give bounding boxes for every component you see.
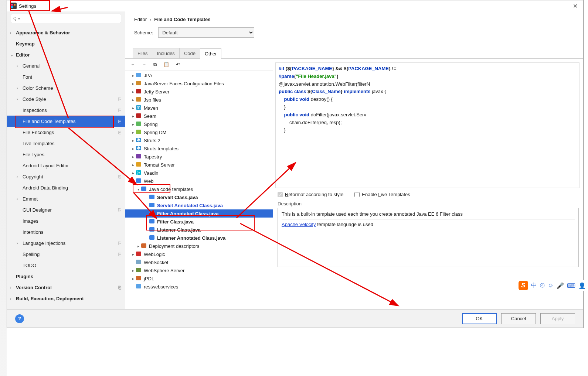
template-item-tomcat-server[interactable]: ▸Tomcat Server bbox=[125, 161, 273, 169]
template-item-listener-class-java[interactable]: Listener Class.java bbox=[125, 226, 273, 234]
copy-icon[interactable]: ⧉ bbox=[153, 62, 157, 68]
sidebar-item-color-scheme[interactable]: ›Color Scheme bbox=[7, 82, 125, 93]
template-item-spring[interactable]: ▸Spring bbox=[125, 120, 273, 128]
template-item-web[interactable]: ▾Web bbox=[125, 177, 273, 185]
help-icon[interactable]: ? bbox=[15, 314, 24, 323]
svg-rect-34 bbox=[136, 284, 141, 288]
file-icon bbox=[136, 154, 142, 160]
ime-toolbar[interactable]: S 中 ⦾ ☺ 🎤 ⌨ 👤 bbox=[516, 280, 588, 291]
sidebar-item-todo[interactable]: TODO bbox=[7, 260, 125, 271]
template-item-jpa[interactable]: ▸JPA bbox=[125, 71, 273, 79]
sidebar-item-file-encodings[interactable]: File Encodings⎘ bbox=[7, 127, 125, 138]
cancel-button[interactable]: Cancel bbox=[501, 313, 536, 324]
template-item-deployment-descriptors[interactable]: ▸Deployment descriptors bbox=[125, 242, 273, 250]
file-icon bbox=[136, 97, 142, 103]
template-item-listener-annotated-class-java[interactable]: Listener Annotated Class.java bbox=[125, 234, 273, 242]
ok-button[interactable]: OK bbox=[462, 313, 497, 324]
apply-button[interactable]: Apply bbox=[540, 313, 575, 324]
tab-code[interactable]: Code bbox=[179, 48, 200, 58]
sidebar-item-keymap[interactable]: Keymap bbox=[7, 38, 125, 49]
close-icon[interactable]: ✕ bbox=[570, 3, 580, 10]
ime-voice[interactable]: 🎤 bbox=[557, 282, 564, 289]
ime-user[interactable]: 👤 bbox=[578, 282, 586, 289]
file-icon bbox=[136, 259, 142, 265]
sidebar-item-code-style[interactable]: ›Code Style⎘ bbox=[7, 93, 125, 105]
sidebar-item-android-layout-editor[interactable]: Android Layout Editor bbox=[7, 160, 125, 171]
sidebar-item-file-and-code-templates[interactable]: File and Code Templates⎘ bbox=[7, 116, 125, 127]
project-level-icon: ⎘ bbox=[118, 96, 121, 102]
app-icon bbox=[10, 3, 17, 9]
file-icon: }› bbox=[136, 170, 142, 176]
project-level-icon: ⎘ bbox=[118, 119, 121, 124]
search-input[interactable]: Q ▾ bbox=[11, 14, 121, 23]
template-item-javaserver-faces-configuration-files[interactable]: ▸JavaServer Faces Configuration Files bbox=[125, 79, 273, 88]
template-item-jsp-files[interactable]: ▸Jsp files bbox=[125, 96, 273, 104]
template-item-vaadin[interactable]: ▸}›Vaadin bbox=[125, 169, 273, 177]
template-item-jetty-server[interactable]: ▸Jetty Server bbox=[125, 88, 273, 96]
template-item-websphere-server[interactable]: ▸WebSphere Server bbox=[125, 266, 273, 274]
breadcrumb-editor[interactable]: Editor bbox=[134, 17, 147, 22]
sidebar-item-language-injections[interactable]: ›Language Injections⎘ bbox=[7, 237, 125, 249]
sidebar-item-plugins[interactable]: Plugins bbox=[7, 271, 125, 282]
sidebar-item-copyright[interactable]: ›Copyright⎘ bbox=[7, 171, 125, 182]
sidebar-item-android-data-binding[interactable]: Android Data Binding bbox=[7, 182, 125, 193]
sidebar-item-gui-designer[interactable]: GUI Designer⎘ bbox=[7, 204, 125, 215]
sidebar-item-version-control[interactable]: ›Version Control⎘ bbox=[7, 282, 125, 293]
sidebar-item-inspections[interactable]: Inspections⎘ bbox=[7, 105, 125, 116]
template-item-restwebservices[interactable]: restwebservices bbox=[125, 283, 273, 291]
sidebar-item-file-types[interactable]: File Types bbox=[7, 149, 125, 160]
tab-includes[interactable]: Includes bbox=[152, 48, 179, 58]
sidebar-item-editor[interactable]: ⌄Editor bbox=[7, 49, 125, 60]
template-item-tapestry[interactable]: ▸Tapestry bbox=[125, 153, 273, 161]
file-icon bbox=[149, 211, 156, 216]
template-item-servlet-class-java[interactable]: Servlet Class.java bbox=[125, 193, 273, 201]
template-item-servlet-annotated-class-java[interactable]: Servlet Annotated Class.java bbox=[125, 201, 273, 209]
enable-live-templates-checkbox[interactable]: Enable Live Templates bbox=[354, 192, 410, 197]
sidebar-item-general[interactable]: ›General bbox=[7, 60, 125, 71]
sidebar-item-images[interactable]: Images bbox=[7, 215, 125, 226]
search-dd-glyph: ▾ bbox=[18, 17, 20, 21]
file-icon: ✱ bbox=[136, 146, 142, 151]
svg-rect-1 bbox=[11, 4, 13, 6]
svg-rect-28 bbox=[149, 235, 154, 240]
tab-files[interactable]: Files bbox=[133, 48, 152, 58]
add-icon[interactable]: ＋ bbox=[130, 61, 135, 68]
sidebar-item-appearance-behavior[interactable]: ›Appearance & Behavior bbox=[7, 27, 125, 38]
template-item-struts-templates[interactable]: ▸✱Struts templates bbox=[125, 144, 273, 153]
template-editor[interactable]: #if (${PACKAGE_NAME} && ${PACKAGE_NAME} … bbox=[275, 62, 579, 188]
ime-emoji[interactable]: ☺ bbox=[548, 282, 554, 289]
file-icon bbox=[136, 178, 142, 184]
template-item-spring-dm[interactable]: ▸Spring DM bbox=[125, 128, 273, 136]
template-item-weblogic[interactable]: ▸WebLogic bbox=[125, 250, 273, 258]
sidebar-item-emmet[interactable]: ›Emmet bbox=[7, 193, 125, 204]
file-icon bbox=[136, 162, 142, 168]
template-item-java-code-templates[interactable]: ▾Java code templates bbox=[125, 185, 273, 193]
undo-icon[interactable]: ↶ bbox=[176, 62, 180, 67]
sidebar-item-intentions[interactable]: Intentions bbox=[7, 226, 125, 237]
search-field[interactable] bbox=[21, 16, 119, 21]
sidebar-item-build-execution-deployment[interactable]: ›Build, Execution, Deployment bbox=[7, 293, 125, 304]
ime-punct[interactable]: ⦾ bbox=[540, 282, 545, 289]
template-item-filter-class-java[interactable]: Filter Class.java bbox=[125, 218, 273, 226]
ime-lang[interactable]: 中 bbox=[531, 282, 537, 290]
remove-icon[interactable]: － bbox=[142, 61, 147, 68]
template-item-seam[interactable]: ▸Seam bbox=[125, 112, 273, 120]
ime-keyboard[interactable]: ⌨ bbox=[567, 282, 575, 289]
velocity-link[interactable]: Apache Velocity bbox=[282, 222, 316, 227]
sidebar-item-live-templates[interactable]: Live Templates bbox=[7, 138, 125, 149]
template-item-struts-2[interactable]: ▸✱Struts 2 bbox=[125, 136, 273, 144]
template-item-filter-annotated-class-java[interactable]: Filter Annotated Class.java bbox=[125, 209, 273, 218]
search-q-glyph: Q bbox=[13, 16, 17, 21]
sidebar-item-spelling[interactable]: Spelling⎘ bbox=[7, 249, 125, 260]
scheme-select[interactable]: Default bbox=[158, 27, 254, 38]
file-icon bbox=[149, 202, 156, 208]
sidebar-item-font[interactable]: Font bbox=[7, 71, 125, 82]
tab-other[interactable]: Other bbox=[200, 48, 222, 59]
ime-s-icon[interactable]: S bbox=[519, 281, 528, 290]
template-item-maven[interactable]: ▸mMaven bbox=[125, 104, 273, 112]
svg-rect-22 bbox=[141, 187, 146, 191]
paste-icon[interactable]: 📋 bbox=[163, 62, 169, 67]
file-icon bbox=[141, 243, 147, 249]
template-item-websocket[interactable]: WebSocket bbox=[125, 258, 273, 266]
template-item-jpdl[interactable]: ▸jPDL bbox=[125, 274, 273, 283]
